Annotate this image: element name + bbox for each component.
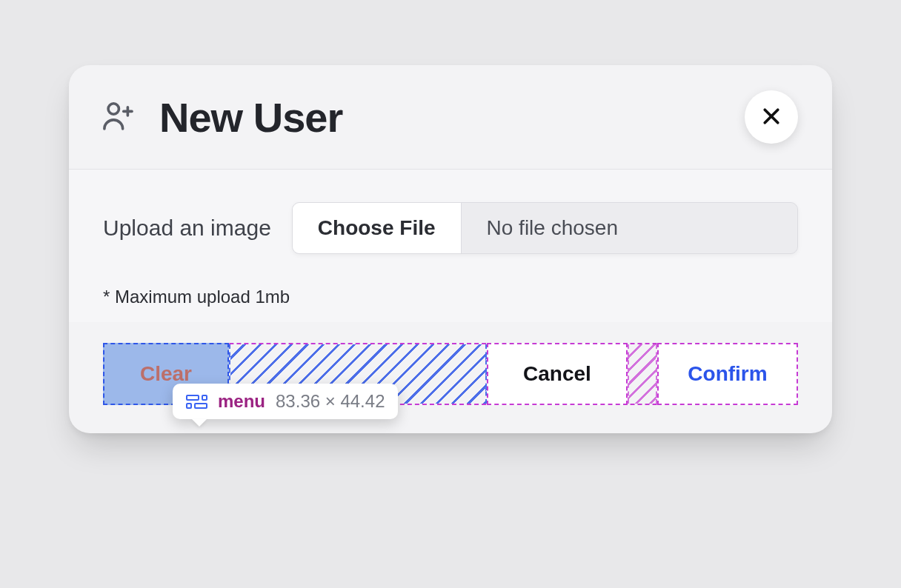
file-input-widget: Choose File No file chosen	[292, 202, 798, 254]
upload-label: Upload an image	[103, 216, 271, 241]
modal-title: New User	[159, 93, 724, 141]
flex-container-icon	[186, 395, 207, 409]
close-button[interactable]	[745, 90, 798, 144]
svg-point-0	[108, 104, 119, 114]
file-status-text: No file chosen	[462, 203, 797, 253]
flex-gap	[628, 344, 657, 404]
user-plus-icon	[99, 96, 139, 138]
tooltip-dimensions: 83.36 × 44.42	[276, 391, 385, 412]
tooltip-tag-name: menu	[218, 391, 265, 412]
confirm-button[interactable]: Confirm	[657, 343, 798, 405]
cancel-button[interactable]: Cancel	[487, 343, 628, 405]
choose-file-button[interactable]: Choose File	[293, 203, 462, 253]
modal-header: New User	[69, 65, 832, 170]
devtools-element-tooltip: menu 83.36 × 44.42	[173, 384, 398, 419]
upload-row: Upload an image Choose File No file chos…	[103, 202, 798, 254]
modal-body: Upload an image Choose File No file chos…	[69, 170, 832, 322]
upload-hint: Maximum upload 1mb	[103, 287, 798, 307]
close-icon	[760, 105, 782, 130]
new-user-modal: New User Upload an image Choose File No …	[69, 65, 832, 433]
